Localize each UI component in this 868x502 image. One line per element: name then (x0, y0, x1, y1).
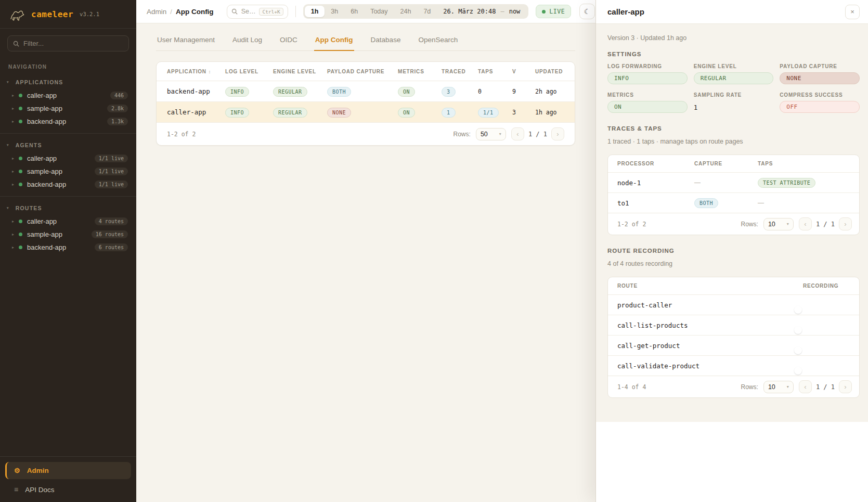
sort-icon[interactable]: ↕ (209, 69, 211, 74)
chevron-right-icon[interactable]: ▸ (12, 219, 14, 224)
prev-page-button[interactable]: ‹ (511, 127, 524, 140)
routes-footer: 1-4 of 4 Rows: 10 ▾ ‹ 1 / 1 › (608, 376, 859, 397)
rows-per-page-select[interactable]: 10 ▾ (763, 381, 794, 393)
live-toggle[interactable]: LIVE (536, 5, 571, 18)
next-page-button[interactable]: › (839, 217, 852, 230)
status-dot (19, 94, 22, 97)
logo-version: v3.2.1 (80, 11, 99, 17)
sidebar-group-agents: ▾ AGENTS ▸ caller-app 1/1 live ▸ sample-… (0, 133, 136, 196)
item-label: backend-app (27, 118, 66, 125)
item-label: sample-app (27, 230, 62, 238)
setting-value-pill: OFF (780, 101, 860, 113)
rows-per-page-value: 10 (768, 383, 775, 391)
prev-page-button[interactable]: ‹ (799, 217, 812, 230)
chevron-right-icon[interactable]: ▸ (12, 156, 14, 161)
page-indicator: 1 / 1 (816, 221, 835, 228)
tab-opensearch[interactable]: OpenSearch (417, 36, 459, 51)
traces-row-to1[interactable]: to1 BOTH — (608, 192, 859, 213)
traces-table: PROCESSOR CAPTURE TAPS node-1 — TEST ATT… (607, 155, 860, 235)
version-value: 9 (512, 88, 535, 95)
chevron-right-icon[interactable]: ▸ (12, 232, 14, 237)
sidebar-item-backend-app[interactable]: ▸ backend-app 1.3k (0, 115, 136, 128)
count-badge: 446 (110, 92, 128, 99)
column-application[interactable]: APPLICATION↕ (167, 69, 225, 74)
app-logo[interactable]: cameleer v3.2.1 (0, 0, 136, 29)
live-badge: 1/1 live (95, 155, 128, 162)
sidebar-item-admin[interactable]: ⚙ Admin (5, 462, 131, 479)
version-updated-text: Version 3 · Updated 1h ago (607, 34, 860, 42)
routes-badge: 6 routes (95, 243, 128, 251)
sidebar-item-sample-app-routes[interactable]: ▸ sample-app 16 routes (0, 228, 136, 241)
status-dot (19, 220, 22, 223)
group-header-routes[interactable]: ▾ ROUTES (0, 201, 136, 215)
time-range-3h[interactable]: 3h (325, 6, 344, 17)
sidebar-item-backend-app-routes[interactable]: ▸ backend-app 6 routes (0, 241, 136, 254)
time-range-7d[interactable]: 7d (417, 6, 437, 17)
live-badge: 1/1 live (95, 168, 128, 175)
chevron-right-icon[interactable]: ▸ (12, 93, 14, 98)
sidebar-item-sample-app-agent[interactable]: ▸ sample-app 1/1 live (0, 165, 136, 178)
engine-level-badge: REGULAR (273, 87, 307, 97)
chevron-right-icon[interactable]: ▸ (12, 119, 14, 124)
time-range-24h[interactable]: 24h (394, 6, 418, 17)
item-label: caller-app (27, 217, 57, 225)
date-range-display[interactable]: 26. März 20:48 — now (437, 8, 527, 15)
sidebar-item-api-docs[interactable]: ≡ API Docs (5, 479, 131, 496)
time-range-today[interactable]: Today (364, 6, 394, 17)
chevron-right-icon[interactable]: ▸ (12, 245, 14, 250)
tab-app-config[interactable]: App Config (314, 36, 354, 51)
sidebar-filter-input[interactable] (23, 40, 123, 47)
tab-oidc[interactable]: OIDC (279, 36, 299, 51)
close-drawer-button[interactable]: × (845, 5, 860, 19)
chevron-right-icon[interactable]: ▸ (12, 182, 14, 187)
dark-mode-toggle[interactable]: ☾ (579, 4, 595, 19)
chevron-right-icon[interactable]: ▸ (12, 106, 14, 111)
result-range: 1-2 of 2 (617, 221, 646, 228)
setting-log-forwarding: LOG FORWARDING INFO (607, 63, 688, 84)
traces-summary-text: 1 traced · 1 taps · manage taps on route… (607, 138, 860, 145)
sidebar-item-caller-app[interactable]: ▸ caller-app 446 (0, 89, 136, 102)
tab-database[interactable]: Database (370, 36, 402, 51)
route-row-call-list-products: call-list-products (608, 315, 859, 335)
traces-footer: 1-2 of 2 Rows: 10 ▾ ‹ 1 / 1 › (608, 213, 859, 235)
breadcrumb-parent[interactable]: Admin (147, 8, 166, 16)
rows-per-page-select[interactable]: 50 ▾ (476, 128, 506, 140)
chevron-right-icon: › (844, 220, 846, 228)
setting-label: METRICS (607, 92, 688, 98)
chevron-right-icon[interactable]: ▸ (12, 169, 14, 174)
group-header-agents[interactable]: ▾ AGENTS (0, 138, 136, 152)
column-traced: TRACED (442, 69, 478, 74)
tab-audit-log[interactable]: Audit Log (231, 36, 263, 51)
next-page-button[interactable]: › (839, 380, 852, 393)
date-range-end: now (509, 8, 521, 15)
setting-value-pill: NONE (780, 72, 860, 84)
route-name: call-list-products (617, 321, 803, 329)
item-label: caller-app (27, 92, 57, 99)
sidebar-item-caller-app-routes[interactable]: ▸ caller-app 4 routes (0, 215, 136, 228)
chevron-left-icon: ‹ (516, 130, 519, 138)
taps-value: — (758, 199, 850, 207)
setting-label: SAMPLING RATE (694, 92, 774, 98)
sidebar-item-backend-app-agent[interactable]: ▸ backend-app 1/1 live (0, 178, 136, 191)
prev-page-button[interactable]: ‹ (799, 380, 812, 393)
time-range-1h[interactable]: 1h (305, 6, 325, 17)
breadcrumb: Admin/App Config (147, 7, 214, 16)
table-row-caller-app[interactable]: caller-app INFO REGULAR NONE ON 1 1/1 3 … (157, 102, 575, 123)
application-name: backend-app (167, 87, 225, 95)
routes-header-row: ROUTE RECORDING (608, 277, 859, 294)
details-drawer: caller-app × Version 3 · Updated 1h ago … (595, 0, 868, 502)
group-header-applications[interactable]: ▾ APPLICATIONS (0, 75, 136, 89)
column-taps: TAPS (758, 161, 850, 166)
navigation-label: NAVIGATION (0, 54, 136, 71)
sidebar-item-caller-app-agent[interactable]: ▸ caller-app 1/1 live (0, 152, 136, 165)
next-page-button[interactable]: › (551, 127, 564, 140)
time-range-6h[interactable]: 6h (344, 6, 364, 17)
rows-per-page-select[interactable]: 10 ▾ (763, 218, 794, 230)
sidebar-item-sample-app[interactable]: ▸ sample-app 2.8k (0, 102, 136, 115)
setting-value-pill: REGULAR (694, 72, 774, 84)
table-row-backend-app[interactable]: backend-app INFO REGULAR BOTH ON 3 0 9 2… (157, 81, 575, 102)
global-search-button[interactable]: Se… Ctrl+K (227, 5, 288, 19)
sidebar-filter[interactable] (7, 35, 129, 52)
traces-row-node-1[interactable]: node-1 — TEST ATTRIBUTE (608, 172, 859, 192)
tab-user-management[interactable]: User Management (156, 36, 216, 51)
